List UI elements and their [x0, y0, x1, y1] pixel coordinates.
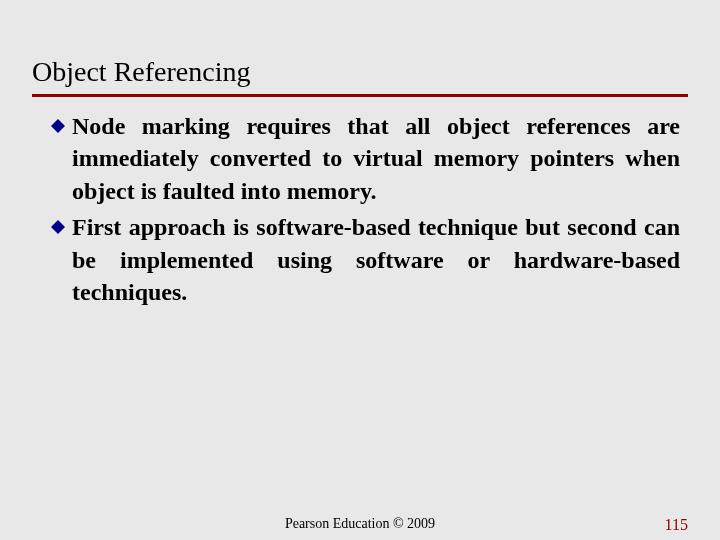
bullet-text: First approach is software-based techniq…: [72, 211, 680, 308]
list-item: First approach is software-based techniq…: [50, 211, 680, 308]
footer-copyright: Pearson Education © 2009: [285, 516, 435, 532]
list-item: Node marking requires that all object re…: [50, 110, 680, 207]
svg-marker-1: [51, 220, 65, 234]
svg-marker-0: [51, 119, 65, 133]
slide: Object Referencing Node marking requires…: [0, 0, 720, 540]
content-body: Node marking requires that all object re…: [50, 110, 680, 312]
diamond-bullet-icon: [50, 118, 66, 134]
diamond-bullet-icon: [50, 219, 66, 235]
page-title: Object Referencing: [32, 56, 688, 97]
bullet-text: Node marking requires that all object re…: [72, 110, 680, 207]
page-number: 115: [665, 516, 688, 534]
